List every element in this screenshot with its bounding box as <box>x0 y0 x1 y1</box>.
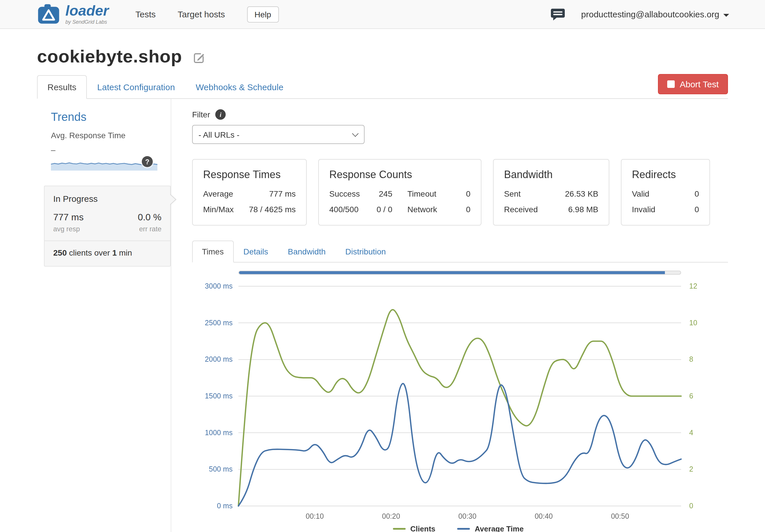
trends-title: Trends <box>51 111 171 124</box>
filter-label: Filter <box>192 110 210 119</box>
account-menu[interactable]: producttesting@allaboutcookies.org <box>581 9 729 19</box>
card-title: Response Times <box>203 169 296 181</box>
avg-response-time-label: Avg. Response Time <box>51 131 171 140</box>
test-progress-bar <box>239 271 681 275</box>
chart-tab-bandwidth[interactable]: Bandwidth <box>278 241 336 263</box>
stat-value: 0 <box>694 205 699 214</box>
stat-pair: Timeout 0 <box>407 189 470 198</box>
page-container: cookiebyte.shop Results Latest Configura… <box>0 46 765 532</box>
card-bandwidth: Bandwidth Sent 26.53 KB Received 6.98 MB <box>493 159 609 225</box>
right-axis-tick: 10 <box>689 319 697 327</box>
stop-icon <box>667 80 674 88</box>
nav-target-hosts[interactable]: Target hosts <box>178 9 225 19</box>
trends-sidebar: Trends Avg. Response Time – ? In Progres… <box>37 99 171 532</box>
page-title: cookiebyte.shop <box>37 46 182 67</box>
chart-tab-bar: Times Details Bandwidth Distribution <box>192 241 728 263</box>
left-axis-tick: 2500 ms <box>205 319 233 327</box>
stat-label: 400/500 <box>329 205 359 214</box>
chart-tab-details[interactable]: Details <box>234 241 278 263</box>
edit-test-name-icon[interactable] <box>192 52 205 64</box>
in-progress-panel[interactable]: In Progress 777 ms avg resp 0.0 % err ra… <box>44 186 171 267</box>
stat-value: 0 <box>466 205 470 214</box>
abort-test-button[interactable]: Abort Test <box>658 74 728 94</box>
left-axis-tick: 500 ms <box>209 465 233 473</box>
results-chart: 3000 ms122500 ms102000 ms81500 ms61000 m… <box>192 277 724 524</box>
left-axis-tick: 0 ms <box>217 502 233 510</box>
chat-bubble-icon <box>550 7 566 21</box>
legend-average-time-label: Average Time <box>475 524 524 532</box>
right-axis-tick: 2 <box>689 465 693 473</box>
filter-info-icon[interactable]: i <box>215 109 226 120</box>
stat-value: 0 / 0 <box>377 205 392 214</box>
main-tab-bar: Results Latest Configuration Webhooks & … <box>37 75 728 99</box>
nav-tests[interactable]: Tests <box>135 9 156 19</box>
help-button[interactable]: Help <box>247 6 279 22</box>
trends-sparkline: ? <box>51 155 157 170</box>
stat-label: Network <box>407 205 437 214</box>
tab-latest-configuration[interactable]: Latest Configuration <box>87 75 186 99</box>
x-axis-tick: 00:50 <box>611 512 629 520</box>
err-rate-stat: 0.0 % err rate <box>138 212 162 233</box>
card-row: Sent 26.53 KB <box>504 189 598 198</box>
abort-test-label: Abort Test <box>680 79 719 89</box>
legend-clients[interactable]: Clients <box>393 524 435 532</box>
right-axis-tick: 4 <box>689 428 693 436</box>
avg-resp-value: 777 ms <box>53 212 84 223</box>
left-axis-tick: 2000 ms <box>205 355 233 363</box>
url-filter-select[interactable]: - All URLs - <box>192 125 365 144</box>
main-tabs: Results Latest Configuration Webhooks & … <box>37 75 294 98</box>
left-axis-tick: 3000 ms <box>205 282 233 290</box>
stat-label: Min/Max <box>203 205 234 214</box>
stat-label: Sent <box>504 189 521 198</box>
stat-value: 0 <box>694 189 699 198</box>
left-axis-tick: 1000 ms <box>205 428 233 436</box>
test-progress-fill <box>239 271 665 274</box>
card-row: Success 245 Timeout 0 <box>329 189 470 198</box>
chart-tab-times[interactable]: Times <box>192 241 234 263</box>
stat-label: Timeout <box>407 189 436 198</box>
summary-cards: Response Times Average 777 ms Min/Max 78… <box>192 159 728 225</box>
caret-down-icon <box>723 14 729 17</box>
topbar-right: producttesting@allaboutcookies.org <box>550 7 729 21</box>
filter-row: Filter i <box>192 109 728 120</box>
tab-webhooks-schedule[interactable]: Webhooks & Schedule <box>186 75 294 99</box>
right-axis-tick: 12 <box>689 282 697 290</box>
app-root: loader by SendGrid Labs Tests Target hos… <box>0 0 765 532</box>
card-row: Valid 0 <box>632 189 699 198</box>
card-title: Response Counts <box>329 169 470 181</box>
err-rate-label: err rate <box>138 225 162 233</box>
chart-panel: Times Details Bandwidth Distribution 300… <box>192 241 728 532</box>
card-row: 400/500 0 / 0 Network 0 <box>329 205 470 214</box>
stat-label: Valid <box>632 189 649 198</box>
tab-results[interactable]: Results <box>37 75 87 99</box>
avg-resp-stat: 777 ms avg resp <box>53 212 84 233</box>
stat-pair: Success 245 <box>329 189 392 198</box>
stat-pair: Network 0 <box>407 205 470 214</box>
chat-icon[interactable] <box>550 7 566 21</box>
avg-resp-label: avg resp <box>53 225 84 233</box>
legend-clients-label: Clients <box>410 524 435 532</box>
sparkline-help-icon[interactable]: ? <box>142 156 153 167</box>
loader-logo[interactable]: loader by SendGrid Labs <box>37 3 109 25</box>
title-row: cookiebyte.shop <box>37 46 728 67</box>
loader-logo-icon <box>37 3 60 25</box>
average-time-series-swatch <box>457 528 470 530</box>
card-response-counts: Response Counts Success 245 Timeout 0 <box>318 159 481 225</box>
x-axis-tick: 00:40 <box>535 512 553 520</box>
logo-text-block: loader by SendGrid Labs <box>65 3 109 25</box>
x-axis-tick: 00:30 <box>458 512 476 520</box>
card-row: Average 777 ms <box>203 189 296 198</box>
right-axis-tick: 0 <box>689 502 693 510</box>
stat-value: 0 <box>466 189 470 198</box>
stat-value: 78 / 4625 ms <box>249 205 296 214</box>
duration-count: 1 <box>112 248 117 257</box>
logo-text: loader <box>65 3 109 18</box>
card-row: Invalid 0 <box>632 205 699 214</box>
chart-legend: Clients Average Time <box>192 524 724 532</box>
stat-value: 6.98 MB <box>568 205 598 214</box>
panel-divider <box>45 241 170 241</box>
chart-tab-distribution[interactable]: Distribution <box>336 241 396 263</box>
legend-average-time[interactable]: Average Time <box>457 524 524 532</box>
clients-text: clients over <box>69 248 110 257</box>
results-main: Filter i - All URLs - Response Times Ave… <box>171 99 728 532</box>
